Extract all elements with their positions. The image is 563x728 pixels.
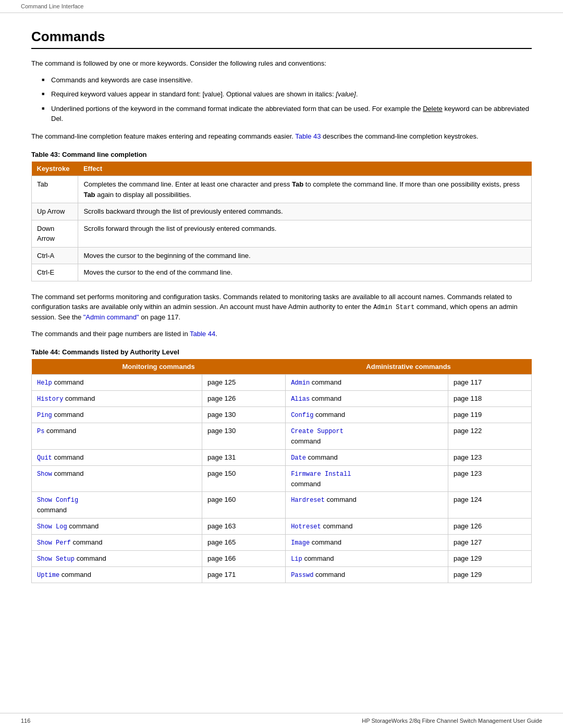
adm-admin-link-cell: Admin command	[286, 375, 448, 391]
adm-passwd-page: page 129	[448, 566, 531, 583]
adm-createsupport-page: page 122	[448, 423, 531, 450]
mon-help-page: page 125	[202, 375, 286, 391]
mon-ping-link-cell: Ping command	[32, 407, 202, 423]
table-row: Help command page 125 Admin command page…	[32, 375, 532, 391]
adm-createsupport-link-cell: Create Supportcommand	[286, 423, 448, 450]
mon-help-link-cell: Help command	[32, 375, 202, 391]
adm-config-link-cell: Config command	[286, 407, 448, 423]
mon-showsetup-link-cell: Show Setup command	[32, 550, 202, 566]
passwd-command-link[interactable]: Passwd	[291, 572, 313, 579]
table43-caption: Table 43: Command line completion	[31, 151, 532, 158]
showconfig-command-link[interactable]: Show Config	[37, 497, 78, 504]
help-command-link[interactable]: Help	[37, 379, 52, 387]
page-wrapper: Command Line Interface Commands The comm…	[0, 0, 563, 728]
mon-showlog-page: page 163	[202, 518, 286, 534]
mon-history-page: page 126	[202, 391, 286, 407]
table-row: Show Log command page 163 Hotreset comma…	[32, 518, 532, 534]
table43-header-keystroke: Keystroke	[32, 162, 78, 176]
table-row: Ctrl-E Moves the cursor to the end of th…	[32, 264, 532, 281]
mon-ps-link-cell: Ps command	[32, 423, 202, 450]
table44: Monitoring commands Administrative comma…	[31, 359, 532, 583]
page-title: Commands	[31, 29, 532, 49]
lip-command-link[interactable]: Lip	[291, 556, 302, 563]
table43-header-effect: Effect	[78, 162, 532, 176]
effect-ctrle: Moves the cursor to the end of the comma…	[78, 264, 532, 281]
adm-firmwareinstall-link-cell: Firmware Installcommand	[286, 465, 448, 492]
mon-show-page: page 150	[202, 465, 286, 492]
adm-image-link-cell: Image command	[286, 534, 448, 550]
adm-date-page: page 123	[448, 449, 531, 465]
showlog-command-link[interactable]: Show Log	[37, 523, 67, 530]
keystroke-ctrle: Ctrl-E	[32, 264, 78, 281]
hardreset-command-link[interactable]: Hardreset	[291, 497, 325, 504]
table-row: Uptime command page 171 Passwd command p…	[32, 566, 532, 583]
adm-passwd-link-cell: Passwd command	[286, 566, 448, 583]
keystroke-ctrla: Ctrl-A	[32, 247, 78, 264]
history-command-link[interactable]: History	[37, 396, 63, 403]
adm-lip-link-cell: Lip command	[286, 550, 448, 566]
firmwareinstall-command-link[interactable]: Firmware Install	[291, 471, 351, 478]
adm-admin-page: page 117	[448, 375, 531, 391]
uptime-command-link[interactable]: Uptime	[37, 572, 59, 579]
top-bar: Command Line Interface	[0, 0, 563, 13]
middle-paragraph: The command set performs monitoring and …	[31, 292, 532, 323]
table43: Keystroke Effect Tab Completes the comma…	[31, 162, 532, 281]
config-command-link[interactable]: Config	[291, 412, 313, 419]
mon-ping-page: page 130	[202, 407, 286, 423]
table-row: Up Arrow Scrolls backward through the li…	[32, 203, 532, 220]
adm-config-page: page 119	[448, 407, 531, 423]
table44-link[interactable]: Table 44	[190, 330, 215, 338]
bullet-item-1: Commands and keywords are case insensiti…	[42, 75, 532, 85]
hotreset-command-link[interactable]: Hotreset	[291, 523, 321, 530]
adm-hardreset-page: page 124	[448, 492, 531, 519]
createsupport-command-link[interactable]: Create Support	[291, 428, 344, 435]
adm-hotreset-link-cell: Hotreset command	[286, 518, 448, 534]
showperf-command-link[interactable]: Show Perf	[37, 539, 71, 547]
keystroke-uparrow: Up Arrow	[32, 203, 78, 220]
effect-downarrow: Scrolls forward through the list of prev…	[78, 220, 532, 247]
intro-paragraph: The command is followed by one or more k…	[31, 58, 532, 69]
mon-showperf-page: page 165	[202, 534, 286, 550]
ping-command-link[interactable]: Ping	[37, 412, 52, 419]
table44-caption: Table 44: Commands listed by Authority L…	[31, 348, 532, 356]
mon-history-link-cell: History command	[32, 391, 202, 407]
admin-command-link[interactable]: "Admin command"	[83, 313, 139, 321]
effect-uparrow: Scrolls backward through the list of pre…	[78, 203, 532, 220]
mon-quit-page: page 131	[202, 449, 286, 465]
adm-hotreset-page: page 126	[448, 518, 531, 534]
quit-command-link[interactable]: Quit	[37, 454, 52, 462]
table-row: Show Setup command page 166 Lip command …	[32, 550, 532, 566]
table-row: Ping command page 130 Config command pag…	[32, 407, 532, 423]
adm-alias-page: page 118	[448, 391, 531, 407]
mon-quit-link-cell: Quit command	[32, 449, 202, 465]
mon-show-link-cell: Show command	[32, 465, 202, 492]
adm-date-link-cell: Date command	[286, 449, 448, 465]
breadcrumb: Command Line Interface	[21, 3, 83, 9]
adm-hardreset-link-cell: Hardreset command	[286, 492, 448, 519]
adm-alias-link-cell: Alias command	[286, 391, 448, 407]
table43-link[interactable]: Table 43	[295, 132, 321, 140]
mon-showconfig-link-cell: Show Configcommand	[32, 492, 202, 519]
table44-intro: The commands and their page numbers are …	[31, 329, 532, 339]
table-row: Show command page 150 Firmware Installco…	[32, 465, 532, 492]
image-command-link[interactable]: Image	[291, 539, 310, 547]
adm-image-page: page 127	[448, 534, 531, 550]
main-content: Commands The command is followed by one …	[0, 13, 563, 713]
mon-showsetup-page: page 166	[202, 550, 286, 566]
showsetup-command-link[interactable]: Show Setup	[37, 556, 75, 563]
table44-header-admin: Administrative commands	[286, 359, 532, 375]
show-command-link[interactable]: Show	[37, 471, 52, 478]
table-row: Show Configcommand page 160 Hardreset co…	[32, 492, 532, 519]
effect-tab: Completes the command line. Enter at lea…	[78, 176, 532, 203]
admin-command-link2[interactable]: Admin	[291, 379, 310, 387]
mon-showlog-link-cell: Show Log command	[32, 518, 202, 534]
mon-showconfig-page: page 160	[202, 492, 286, 519]
table-row: Down Arrow Scrolls forward through the l…	[32, 220, 532, 247]
alias-command-link[interactable]: Alias	[291, 396, 310, 403]
date-command-link[interactable]: Date	[291, 454, 306, 462]
table-row: History command page 126 Alias command p…	[32, 391, 532, 407]
mon-uptime-link-cell: Uptime command	[32, 566, 202, 583]
bullet-item-3: Underlined portions of the keyword in th…	[42, 104, 532, 124]
table-row: Show Perf command page 165 Image command…	[32, 534, 532, 550]
ps-command-link[interactable]: Ps	[37, 428, 44, 435]
